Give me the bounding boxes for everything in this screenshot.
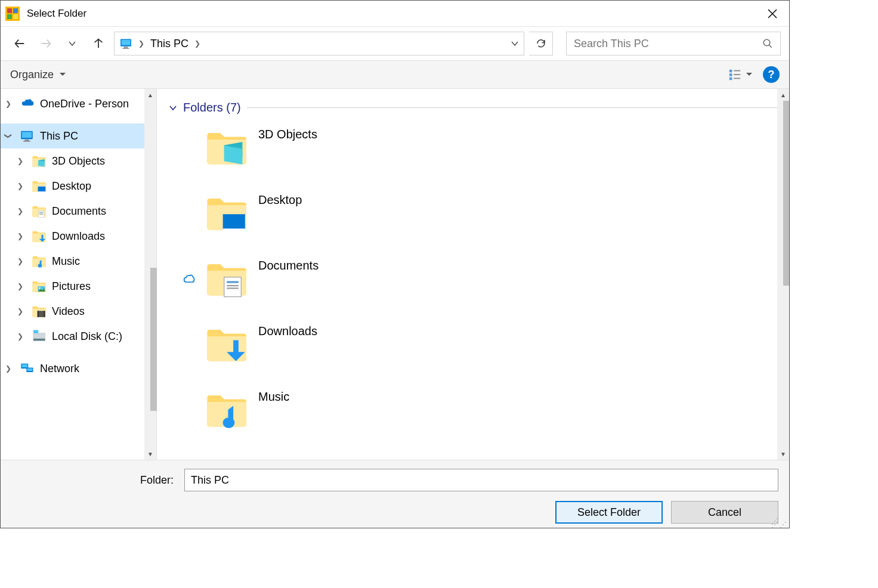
expand-icon[interactable]: ❯	[15, 157, 26, 165]
expand-icon[interactable]: ❯	[15, 257, 26, 265]
tree-item-music[interactable]: ❯Music	[1, 249, 156, 274]
organize-menu[interactable]: Organize	[10, 69, 66, 81]
desktop-icon	[205, 192, 246, 234]
thispc-icon	[20, 129, 34, 143]
cloud-icon	[183, 273, 195, 285]
tree-label: Pictures	[52, 280, 91, 293]
pictures-icon	[32, 279, 46, 293]
chevron-right-icon: ❯	[138, 39, 144, 48]
organize-label: Organize	[10, 69, 54, 81]
bottom-panel: Folder: Select Folder Cancel ⋰⋰⋰	[1, 460, 789, 528]
help-button[interactable]: ?	[763, 66, 780, 83]
3dobjects-icon	[32, 154, 46, 168]
breadcrumb-item[interactable]: This PC	[150, 38, 188, 50]
expand-icon[interactable]: ❯	[15, 182, 26, 190]
chevron-down-icon[interactable]	[511, 39, 519, 48]
expand-icon[interactable]: ❯	[3, 364, 14, 373]
up-button[interactable]	[88, 33, 109, 54]
folder-label: Music	[258, 389, 289, 404]
tree-item-videos[interactable]: ❯Videos	[1, 299, 156, 324]
folder-label: Downloads	[258, 323, 317, 338]
videos-icon	[32, 304, 46, 318]
scroll-down-icon[interactable]: ▼	[780, 448, 786, 460]
search-box[interactable]	[566, 32, 781, 55]
tree-label: Local Disk (C:)	[52, 330, 122, 343]
tree-label: Desktop	[52, 180, 91, 193]
tree-item-thispc[interactable]: ❯This PC	[1, 123, 156, 148]
scroll-down-icon[interactable]: ▼	[147, 448, 153, 460]
tree-label: 3D Objects	[52, 155, 105, 168]
content-scrollbar[interactable]: ▲ ▼	[777, 89, 789, 460]
breadcrumb-bar[interactable]: ❯ This PC ❯	[114, 32, 524, 55]
view-icon	[728, 68, 741, 81]
tree-label: Downloads	[52, 230, 105, 243]
divider	[247, 107, 777, 108]
arrow-right-icon	[39, 37, 52, 50]
search-input[interactable]	[574, 38, 762, 50]
expand-icon[interactable]: ❯	[15, 207, 26, 215]
arrow-up-icon	[92, 37, 105, 50]
tree-item-3dobjects[interactable]: ❯3D Objects	[1, 148, 156, 174]
group-header[interactable]: Folders (7)	[169, 101, 777, 114]
close-button[interactable]	[760, 2, 784, 26]
tree-label: Videos	[52, 305, 85, 318]
scroll-thumb[interactable]	[783, 101, 789, 286]
folder-item-music[interactable]: Music	[169, 389, 777, 454]
svg-rect-34	[729, 78, 732, 81]
tree-label: OneDrive - Person	[40, 98, 129, 110]
tree-label: This PC	[40, 130, 78, 143]
select-folder-button[interactable]: Select Folder	[555, 501, 663, 524]
folder-item-3dobjects[interactable]: 3D Objects	[169, 126, 777, 192]
folder-item-downloads[interactable]: Downloads	[169, 323, 777, 389]
app-icon	[5, 7, 20, 21]
title-bar: Select Folder	[1, 1, 789, 27]
expand-icon[interactable]: ❯	[15, 307, 26, 315]
svg-rect-32	[729, 70, 732, 73]
folder-label: Documents	[258, 258, 319, 273]
chevron-down-icon	[68, 39, 76, 48]
chevron-down-icon	[169, 104, 177, 112]
documents-icon	[205, 258, 246, 299]
tree-item-pictures[interactable]: ❯Pictures	[1, 274, 156, 299]
back-button[interactable]	[9, 33, 30, 54]
3dobjects-icon	[205, 126, 246, 168]
tree-item-localdisk[interactable]: ❯Local Disk (C:)	[1, 324, 156, 349]
collapse-icon[interactable]: ❯	[4, 131, 13, 141]
expand-icon[interactable]: ❯	[15, 282, 26, 290]
recent-dropdown[interactable]	[61, 33, 83, 54]
music-icon	[32, 254, 46, 268]
svg-rect-36	[734, 74, 740, 75]
folder-field[interactable]	[184, 469, 778, 491]
body: ❯OneDrive - Person ❯This PC ❯3D Objects …	[1, 89, 789, 460]
folder-field-label: Folder:	[11, 474, 178, 487]
button-label: Cancel	[708, 506, 741, 519]
tree-scrollbar[interactable]: ▲ ▼	[144, 89, 156, 460]
view-options-button[interactable]	[728, 68, 752, 81]
svg-rect-37	[734, 78, 740, 79]
tree-item-network[interactable]: ❯Network	[1, 356, 156, 381]
tree-item-documents[interactable]: ❯Documents	[1, 199, 156, 224]
tree-item-downloads[interactable]: ❯Downloads	[1, 224, 156, 249]
scroll-up-icon[interactable]: ▲	[147, 89, 153, 101]
expand-icon[interactable]: ❯	[15, 232, 26, 240]
scroll-up-icon[interactable]: ▲	[780, 89, 786, 101]
chevron-down-icon	[744, 69, 752, 80]
cancel-button[interactable]: Cancel	[671, 501, 778, 524]
refresh-button[interactable]	[529, 32, 553, 55]
folder-label: 3D Objects	[258, 126, 317, 141]
documents-icon	[32, 204, 46, 218]
expand-icon[interactable]: ❯	[15, 332, 26, 341]
tree-item-onedrive[interactable]: ❯OneDrive - Person	[1, 91, 156, 116]
desktop-icon	[32, 179, 46, 193]
arrow-left-icon	[13, 37, 26, 50]
disk-icon	[32, 329, 46, 343]
button-label: Select Folder	[577, 506, 641, 519]
expand-icon[interactable]: ❯	[3, 100, 14, 108]
folder-item-desktop[interactable]: Desktop	[169, 192, 777, 258]
forward-button[interactable]	[35, 33, 57, 54]
folder-item-documents[interactable]: Documents	[169, 258, 777, 323]
tree-item-desktop[interactable]: ❯Desktop	[1, 174, 156, 199]
network-icon	[20, 361, 34, 376]
content-pane: Folders (7) 3D Objects Desktop Documents…	[157, 89, 789, 460]
svg-point-31	[763, 39, 770, 46]
